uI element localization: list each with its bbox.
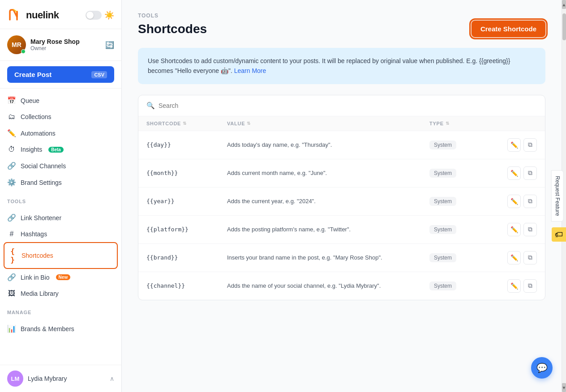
sidebar-item-label: Link Shortener — [21, 214, 61, 222]
learn-more-link[interactable]: Learn More — [234, 67, 266, 74]
user-info: Mary Rose Shop Owner — [30, 38, 101, 51]
sidebar-item-brands-members[interactable]: 📊 Brands & Members — [0, 320, 121, 337]
system-badge: System — [429, 253, 456, 262]
search-input[interactable] — [159, 102, 537, 109]
shortcodes-icon: { } — [8, 247, 17, 264]
sidebar-item-label: Collections — [21, 113, 51, 120]
sidebar-item-label: Queue — [21, 97, 39, 104]
link-in-bio-icon: 🔗 — [7, 273, 16, 281]
create-shortcode-button[interactable]: Create Shortcode — [472, 21, 545, 37]
copy-button[interactable]: ⧉ — [523, 223, 537, 236]
value-cell: Adds the name of your social channel, e.… — [227, 282, 429, 289]
sidebar-header: nuelink ☀️ — [0, 0, 121, 29]
sidebar-footer[interactable]: LM Lydia Mybrary ∧ — [0, 365, 121, 392]
hashtags-icon: # — [7, 230, 16, 238]
sidebar-item-label: Link in Bio — [21, 274, 50, 281]
logo-icon — [7, 7, 23, 23]
chat-icon: 💬 — [536, 362, 548, 373]
refresh-icon[interactable]: 🔄 — [105, 41, 114, 49]
type-cell: System — [429, 225, 501, 234]
sidebar-item-hashtags[interactable]: # Hashtags — [0, 226, 121, 242]
section-label: TOOLS — [138, 13, 545, 19]
value-cell: Inserts your brand name in the post, e.g… — [227, 254, 429, 261]
tools-section-label: TOOLS — [0, 194, 121, 206]
copy-button[interactable]: ⧉ — [523, 195, 537, 208]
new-badge: New — [56, 274, 71, 280]
sidebar-item-label: Hashtags — [21, 230, 47, 238]
user-role: Owner — [30, 45, 101, 51]
table-row: {{channel}} Adds the name of your social… — [138, 272, 545, 300]
sidebar-item-link-shortener[interactable]: 🔗 Link Shortener — [0, 209, 121, 226]
shortcode-cell: {{platform}} — [146, 226, 227, 233]
theme-toggle-area: ☀️ — [86, 10, 114, 20]
sidebar-item-label: Social Channels — [21, 162, 66, 170]
copy-button[interactable]: ⧉ — [523, 138, 537, 152]
value-cell: Adds the posting platform's name, e.g. "… — [227, 226, 429, 233]
scrollbar-thumb[interactable] — [562, 13, 566, 40]
shortcode-cell: {{year}} — [146, 198, 227, 205]
actions-cell: ✏️ ⧉ — [501, 279, 537, 293]
actions-cell: ✏️ ⧉ — [501, 195, 537, 208]
sidebar-item-collections[interactable]: 🗂 Collections — [0, 109, 121, 125]
user-section[interactable]: MR Mary Rose Shop Owner 🔄 — [0, 29, 121, 61]
footer-user-name: Lydia Mybrary — [28, 375, 105, 382]
nav-manage: 📊 Brands & Members — [0, 317, 121, 341]
actions-cell: ✏️ ⧉ — [501, 223, 537, 236]
main-wrapper: TOOLS Shortcodes Create Shortcode Use Sh… — [122, 0, 566, 392]
table-row: {{day}} Adds today's day name, e.g. "Thu… — [138, 131, 545, 159]
edit-button[interactable]: ✏️ — [507, 251, 521, 264]
main-content: TOOLS Shortcodes Create Shortcode Use Sh… — [122, 0, 562, 392]
automations-icon: ✏️ — [7, 129, 16, 137]
create-post-button[interactable]: Create Post CSV — [7, 66, 114, 83]
scrollbar-up-arrow[interactable]: ▲ — [562, 0, 566, 9]
nav-tools: 🔗 Link Shortener # Hashtags { } Shortcod… — [0, 206, 121, 305]
shortcode-cell: {{month}} — [146, 170, 227, 176]
sidebar-item-brand-settings[interactable]: ⚙️ Brand Settings — [0, 174, 121, 191]
copy-button[interactable]: ⧉ — [523, 166, 537, 180]
sidebar-item-link-in-bio[interactable]: 🔗 Link in Bio New — [0, 269, 121, 285]
edit-button[interactable]: ✏️ — [507, 138, 521, 152]
copy-button[interactable]: ⧉ — [523, 251, 537, 264]
sidebar-item-media-library[interactable]: 🖼 Media Library — [0, 285, 121, 302]
sort-arrows-value: ⇅ — [247, 121, 251, 126]
feedback-icon[interactable]: 🏷 — [552, 227, 566, 242]
sidebar-item-shortcodes[interactable]: { } Shortcodes — [4, 242, 118, 269]
edit-button[interactable]: ✏️ — [507, 279, 521, 293]
manage-section-label: MANAGE — [0, 305, 121, 317]
sort-arrows-shortcode: ⇅ — [183, 121, 187, 126]
sidebar-item-queue[interactable]: 📅 Queue — [0, 92, 121, 109]
avatar: MR — [7, 35, 26, 54]
sidebar-item-insights[interactable]: ⏱ Insights Beta — [0, 141, 121, 158]
sidebar-item-label: Brand Settings — [21, 179, 62, 186]
type-cell: System — [429, 197, 501, 206]
theme-toggle[interactable] — [86, 11, 102, 20]
th-shortcode[interactable]: SHORTCODE ⇅ — [146, 121, 227, 126]
type-cell: System — [429, 141, 501, 149]
type-cell: System — [429, 253, 501, 262]
scrollbar-down-arrow[interactable]: ▼ — [562, 383, 566, 392]
queue-icon: 📅 — [7, 96, 16, 105]
sidebar-item-automations[interactable]: ✏️ Automations — [0, 125, 121, 141]
copy-button[interactable]: ⧉ — [523, 279, 537, 293]
sidebar-item-label: Brands & Members — [21, 325, 74, 332]
table-header: SHORTCODE ⇅ VALUE ⇅ TYPE ⇅ — [138, 116, 545, 131]
search-row: 🔍 — [138, 95, 545, 116]
th-type[interactable]: TYPE ⇅ — [429, 121, 501, 126]
brands-members-icon: 📊 — [7, 324, 16, 333]
edit-button[interactable]: ✏️ — [507, 166, 521, 180]
sidebar-item-label: Media Library — [21, 290, 59, 297]
edit-button[interactable]: ✏️ — [507, 223, 521, 236]
online-badge — [21, 49, 26, 54]
page-title: Shortcodes — [138, 22, 207, 36]
user-name: Mary Rose Shop — [30, 38, 101, 45]
value-cell: Adds today's day name, e.g. "Thursday". — [227, 141, 429, 148]
chat-button[interactable]: 💬 — [531, 357, 553, 379]
sidebar-item-label: Automations — [21, 130, 56, 137]
th-value[interactable]: VALUE ⇅ — [227, 121, 429, 126]
sidebar-item-social-channels[interactable]: 🔗 Social Channels — [0, 158, 121, 174]
request-feature-tab[interactable]: Request Feature — [551, 170, 563, 222]
shortcode-cell: {{day}} — [146, 141, 227, 148]
edit-button[interactable]: ✏️ — [507, 195, 521, 208]
sort-arrows-type: ⇅ — [446, 121, 450, 126]
shortcodes-table: 🔍 SHORTCODE ⇅ VALUE ⇅ TYPE ⇅ — [138, 95, 545, 300]
